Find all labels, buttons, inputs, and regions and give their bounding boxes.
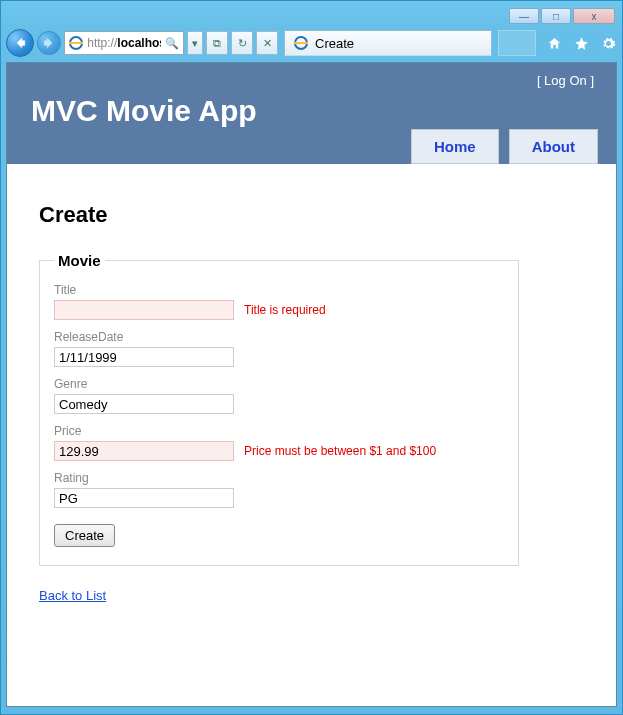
label-price: Price	[54, 424, 504, 438]
arrow-left-icon	[13, 36, 27, 50]
nav-tabs: Home About	[411, 129, 598, 164]
site-header: [ Log On ] MVC Movie App Home About	[7, 63, 616, 164]
minimize-button[interactable]: —	[509, 8, 539, 24]
error-title: Title is required	[244, 303, 326, 317]
page-body: Create Movie Title Title is required Rel…	[7, 164, 616, 631]
search-icon[interactable]: 🔍	[165, 37, 179, 50]
field-releasedate: ReleaseDate	[54, 330, 504, 367]
error-price: Price must be between $1 and $100	[244, 444, 436, 458]
label-rating: Rating	[54, 471, 504, 485]
browser-toolbar: http://localhost 🔍 ▾ ⧉ ↻ ✕ Create	[6, 28, 617, 58]
field-price: Price Price must be between $1 and $100	[54, 424, 504, 461]
input-genre[interactable]	[54, 394, 234, 414]
browser-tab[interactable]: Create	[284, 30, 492, 56]
stop-button[interactable]: ✕	[256, 31, 278, 55]
ie-icon	[293, 35, 309, 51]
address-dropdown[interactable]: ▾	[187, 31, 203, 55]
logon-link[interactable]: Log On	[544, 73, 587, 88]
field-genre: Genre	[54, 377, 504, 414]
page-heading: Create	[39, 202, 584, 228]
forward-button[interactable]	[37, 31, 61, 55]
back-button[interactable]	[6, 29, 34, 57]
nav-home[interactable]: Home	[411, 129, 499, 164]
fieldset-legend: Movie	[54, 252, 105, 269]
input-releasedate[interactable]	[54, 347, 234, 367]
address-bar[interactable]: http://localhost 🔍	[64, 31, 184, 55]
input-rating[interactable]	[54, 488, 234, 508]
refresh-button[interactable]: ↻	[231, 31, 253, 55]
create-button[interactable]: Create	[54, 524, 115, 547]
field-title: Title Title is required	[54, 283, 504, 320]
maximize-button[interactable]: □	[541, 8, 571, 24]
ie-icon	[69, 35, 83, 51]
nav-about[interactable]: About	[509, 129, 598, 164]
window-frame: — □ x http://localhost 🔍 ▾ ⧉ ↻ ✕ Create	[0, 0, 623, 715]
label-title: Title	[54, 283, 504, 297]
star-icon[interactable]	[572, 34, 590, 52]
gear-icon[interactable]	[599, 34, 617, 52]
new-tab-area[interactable]	[498, 30, 536, 56]
field-rating: Rating	[54, 471, 504, 508]
close-button[interactable]: x	[573, 8, 615, 24]
label-releasedate: ReleaseDate	[54, 330, 504, 344]
home-icon[interactable]	[545, 34, 563, 52]
tab-title: Create	[315, 36, 354, 51]
url-text: http://localhost	[87, 36, 161, 50]
back-to-list-link[interactable]: Back to List	[39, 588, 106, 603]
label-genre: Genre	[54, 377, 504, 391]
viewport: [ Log On ] MVC Movie App Home About Crea…	[6, 62, 617, 707]
movie-fieldset: Movie Title Title is required ReleaseDat…	[39, 252, 519, 566]
input-price[interactable]	[54, 441, 234, 461]
titlebar: — □ x	[6, 6, 617, 26]
input-title[interactable]	[54, 300, 234, 320]
compat-view-button[interactable]: ⧉	[206, 31, 228, 55]
arrow-right-icon	[42, 36, 56, 50]
login-display: [ Log On ]	[31, 63, 598, 88]
